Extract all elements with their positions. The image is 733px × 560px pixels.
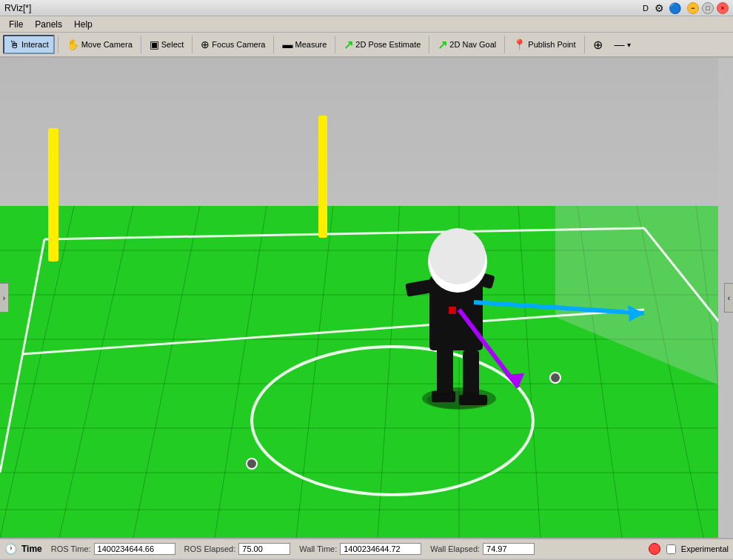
scene-viewport[interactable] [0,58,733,538]
measure-icon: ▬ [282,39,292,50]
move-camera-label: Move Camera [81,40,133,49]
close-button[interactable]: × [717,2,729,14]
minimize-button[interactable]: − [687,2,699,14]
statusbar: 🕐 Time ROS Time: 1400234644.66 ROS Elaps… [0,538,733,559]
ros-time-field: ROS Time: 1400234644.66 [51,543,175,555]
ros-elapsed-value: 75.00 [238,543,290,555]
svg-point-28 [550,373,560,383]
publish-point-button[interactable]: 📍 Publish Point [508,36,580,53]
minus-icon: — [615,39,625,50]
focus-camera-button[interactable]: ⊕ Focus Camera [195,36,270,53]
toolbar-sep-3 [192,36,193,53]
interact-icon: 🖱 [9,39,19,50]
svg-point-27 [247,459,257,469]
toolbar-sep-8 [584,36,585,53]
toolbar-sep-5 [335,36,335,53]
menu-panels[interactable]: Panels [29,18,68,31]
nav-goal-icon: ↗ [438,38,447,52]
svg-rect-29 [48,128,58,261]
time-label: Time [21,544,42,554]
svg-rect-42 [449,307,456,314]
publish-point-icon: 📍 [513,39,526,50]
toolbar-sep-1 [58,36,58,53]
svg-rect-30 [48,258,58,267]
wall-time-field: Wall Time: 1400234644.72 [299,543,421,555]
titlebar-controls: D ⚙ 🔵 − □ × [643,2,729,14]
svg-point-48 [426,391,489,409]
viewport[interactable]: › ‹ [0,58,733,538]
ros-time-value: 1400234644.66 [94,543,175,555]
measure-label: Measure [295,40,327,49]
focus-camera-label: Focus Camera [212,40,265,49]
publish-point-label: Publish Point [528,40,575,49]
toolbar-sep-4 [273,36,274,53]
menu-file[interactable]: File [3,18,29,31]
focus-camera-icon: ⊕ [201,39,210,50]
menu-help[interactable]: Help [68,18,98,31]
move-camera-button[interactable]: ✋ Move Camera [61,36,138,53]
crosshair-button[interactable]: ⊕ [588,35,608,55]
wall-elapsed-field: Wall Elapsed: 74.97 [430,543,535,555]
toolbar: 🖱 Interact ✋ Move Camera ▣ Select ⊕ Focu… [0,33,733,58]
pose-estimate-icon: ↗ [344,38,353,52]
svg-point-41 [429,228,486,284]
time-icon: 🕐 [4,543,17,555]
pose-estimate-button[interactable]: ↗ 2D Pose Estimate [338,35,426,55]
experimental-label: Experimental [681,544,729,553]
wall-elapsed-label: Wall Elapsed: [430,544,480,553]
svg-rect-31 [318,116,327,238]
ros-elapsed-label: ROS Elapsed: [184,544,236,553]
select-label: Select [161,40,184,49]
titlebar-title: RViz[*] [4,3,31,13]
interact-button[interactable]: 🖱 Interact [3,35,55,54]
wall-time-value: 1400234644.72 [340,543,421,555]
measure-button[interactable]: ▬ Measure [277,36,332,53]
experimental-checkbox[interactable] [666,544,676,554]
pose-estimate-label: 2D Pose Estimate [355,40,421,49]
nav-goal-label: 2D Nav Goal [449,40,496,49]
toolbar-sep-6 [429,36,429,53]
experimental-area: Experimental [649,543,729,555]
right-chevron-icon: ‹ [728,294,730,302]
crosshair-icon: ⊕ [593,38,603,52]
minus-button[interactable]: — ▾ [609,36,636,53]
toolbar-sep-2 [141,36,141,53]
ros-time-label: ROS Time: [51,544,91,553]
chevron-down-icon: ▾ [627,41,631,49]
nav-goal-button[interactable]: ↗ 2D Nav Goal [432,35,501,55]
interact-label: Interact [21,40,49,49]
menubar: File Panels Help [0,16,733,33]
svg-rect-33 [437,347,453,395]
titlebar-left: RViz[*] [4,3,31,13]
select-button[interactable]: ▣ Select [144,36,190,53]
left-panel-collapse-handle[interactable]: › [0,283,9,313]
right-panel-collapse-handle[interactable]: ‹ [724,283,733,313]
wall-elapsed-value: 74.97 [483,543,535,555]
maximize-button[interactable]: □ [702,2,714,14]
rviz-icon: ⚙ [655,2,664,14]
titlebar-d-label: D [643,4,649,13]
svg-rect-34 [463,350,479,399]
move-camera-icon: ✋ [67,39,79,50]
toolbar-sep-7 [504,36,505,53]
select-icon: ▣ [150,39,159,50]
ros-icon: 🔵 [669,2,681,14]
ros-elapsed-field: ROS Elapsed: 75.00 [184,543,291,555]
left-chevron-icon: › [3,294,5,302]
statusbar-content: 🕐 Time ROS Time: 1400234644.66 ROS Elaps… [4,543,649,555]
statusbar-close-button[interactable] [649,543,660,555]
wall-time-label: Wall Time: [299,544,337,553]
titlebar: RViz[*] D ⚙ 🔵 − □ × [0,0,733,16]
